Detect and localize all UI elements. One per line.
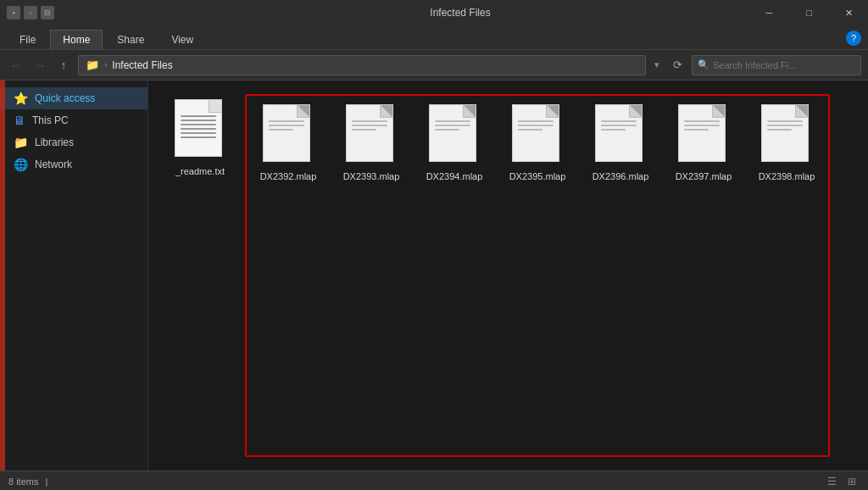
maximize-button[interactable]: □ (790, 0, 828, 25)
sidebar-label-this-pc: This PC (32, 114, 69, 126)
doc-line (601, 129, 626, 131)
forward-button[interactable]: → (31, 56, 49, 75)
doc-line (269, 125, 304, 126)
readme-label: _readme.txt (175, 165, 225, 177)
sidebar-item-this-pc[interactable]: 🖥 This PC (0, 109, 147, 131)
mlap-file-icon-3 (429, 104, 476, 162)
status-bar-right: ☰ ⊞ (824, 474, 860, 489)
doc-lines-2 (352, 120, 387, 133)
dx2396-label: DX2396.mlap (593, 170, 649, 182)
sidebar-item-quick-access[interactable]: ⭐ Quick access (0, 87, 147, 109)
mlap-file-icon-5 (595, 104, 643, 162)
app-icon-1: ▪ (7, 6, 20, 19)
star-icon: ⭐ (14, 92, 28, 105)
sidebar-item-network[interactable]: 🌐 Network (0, 153, 147, 175)
dx2395-label: DX2395.mlap (509, 170, 566, 182)
address-dropdown-chevron[interactable]: ▾ (651, 59, 663, 70)
doc-lines-3 (435, 120, 470, 133)
tab-home[interactable]: Home (50, 30, 103, 49)
doc-line (684, 120, 720, 122)
txt-line-1 (181, 115, 216, 117)
network-icon: 🌐 (14, 158, 28, 171)
file-item-dx2392[interactable]: DX2392.mlap (250, 99, 326, 452)
sidebar-item-libraries[interactable]: 📁 Libraries (0, 131, 147, 153)
window-title: Infected Files (59, 7, 861, 19)
pc-icon: 🖥 (14, 114, 25, 127)
dx2392-icon-wrapper (263, 104, 314, 165)
search-input[interactable] (713, 60, 855, 70)
doc-line (352, 129, 376, 131)
details-view-button[interactable]: ☰ (824, 474, 839, 489)
doc-line (684, 125, 720, 126)
dx2393-icon-wrapper (346, 104, 397, 165)
up-button[interactable]: ↑ (54, 56, 73, 75)
search-icon: 🔍 (698, 59, 709, 70)
doc-line (684, 129, 709, 131)
doc-lines-6 (684, 120, 720, 133)
dx2396-icon-wrapper (595, 104, 646, 165)
doc-lines-5 (601, 120, 637, 133)
doc-line (435, 129, 459, 131)
mlap-file-icon-4 (512, 104, 559, 162)
doc-line (601, 120, 637, 122)
dx2398-icon-wrapper (761, 104, 812, 165)
mlap-selection-group: DX2392.mlap DX2393.mlap (245, 94, 830, 457)
doc-line (518, 120, 554, 122)
mlap-file-icon-6 (678, 104, 726, 162)
file-item-dx2395[interactable]: DX2395.mlap (499, 99, 576, 452)
txt-file-icon (175, 99, 222, 157)
help-button[interactable]: ? (846, 31, 861, 46)
content-area: _readme.txt DX2392.mlap (148, 81, 868, 471)
status-bar: 8 items | ☰ ⊞ (0, 471, 868, 490)
refresh-button[interactable]: ⟳ (668, 56, 687, 75)
doc-line (767, 120, 803, 122)
ribbon-tabs: File Home Share View ? (0, 25, 868, 49)
file-item-readme[interactable]: _readme.txt (162, 94, 238, 457)
app-icon-2: ▫ (24, 6, 37, 19)
file-item-dx2394[interactable]: DX2394.mlap (416, 99, 492, 452)
search-box[interactable]: 🔍 (692, 55, 861, 75)
doc-line (767, 129, 792, 131)
file-item-dx2398[interactable]: DX2398.mlap (748, 99, 825, 452)
doc-line (767, 125, 803, 126)
tab-share[interactable]: Share (104, 30, 157, 49)
path-folder-icon: 📁 (86, 58, 99, 71)
sidebar-label-libraries: Libraries (35, 136, 74, 148)
address-bar: ← → ↑ 📁 › Infected Files ▾ ⟳ 🔍 (0, 50, 868, 81)
dx2397-icon-wrapper (678, 104, 729, 165)
doc-line (269, 129, 293, 131)
txt-line-5 (181, 132, 216, 134)
tab-file[interactable]: File (7, 30, 48, 49)
item-count: 8 items (8, 476, 38, 487)
txt-line-3 (181, 124, 216, 125)
doc-line (352, 125, 387, 126)
title-bar: ▪ ▫ ⊟ Infected Files ─ □ ✕ (0, 0, 868, 25)
dx2394-icon-wrapper (429, 104, 480, 165)
tab-view[interactable]: View (159, 30, 206, 49)
sidebar-label-network: Network (35, 159, 72, 170)
txt-line-4 (181, 128, 216, 130)
dx2392-label: DX2392.mlap (260, 170, 317, 182)
doc-line (518, 125, 554, 126)
doc-line (352, 120, 387, 122)
file-item-dx2397[interactable]: DX2397.mlap (665, 99, 742, 452)
sidebar-label-quick-access: Quick access (35, 92, 95, 104)
large-icons-view-button[interactable]: ⊞ (844, 474, 860, 489)
file-item-dx2396[interactable]: DX2396.mlap (582, 99, 659, 452)
minimize-button[interactable]: ─ (750, 0, 788, 25)
close-button[interactable]: ✕ (830, 0, 868, 25)
path-text: Infected Files (112, 59, 172, 71)
dx2395-icon-wrapper (512, 104, 563, 165)
mlap-file-icon-2 (346, 104, 393, 162)
doc-line (269, 120, 304, 122)
app-icon-3: ⊟ (41, 6, 54, 19)
address-path[interactable]: 📁 › Infected Files (78, 55, 646, 75)
txt-line-6 (181, 136, 216, 138)
file-item-dx2393[interactable]: DX2393.mlap (333, 99, 409, 452)
mlap-file-icon-1 (263, 104, 310, 162)
libraries-icon: 📁 (14, 136, 28, 149)
status-cursor: | (45, 476, 47, 487)
back-button[interactable]: ← (7, 56, 25, 75)
title-bar-icons: ▪ ▫ ⊟ (7, 6, 54, 19)
doc-line (518, 129, 542, 131)
